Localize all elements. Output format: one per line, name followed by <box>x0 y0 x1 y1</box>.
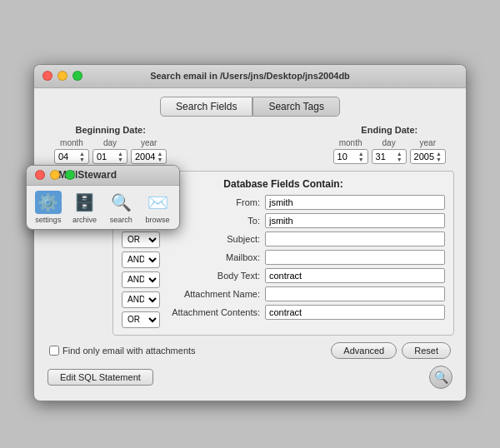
beginning-month-value: 04 <box>58 152 68 162</box>
mini-icon-browse[interactable]: ✉️ browse <box>144 191 171 224</box>
beginning-year-value: 2004 <box>135 152 155 162</box>
beginning-month-arrows: ▲ ▼ <box>79 151 85 162</box>
mini-traffic-lights <box>35 170 75 180</box>
ending-day-stepper[interactable]: 31 ▲ ▼ <box>372 149 407 164</box>
ending-year-col: year 2005 ▲ ▼ <box>410 138 446 164</box>
beginning-month-col: month 04 ▲ ▼ <box>54 138 89 164</box>
beginning-day-arrows: ▲ ▼ <box>118 151 123 162</box>
mini-title-bar: MailSteward <box>27 166 179 186</box>
ending-year-down[interactable]: ▼ <box>436 157 442 162</box>
body-text-label: Body Text: <box>165 271 265 281</box>
form-row-to: To: <box>165 213 445 228</box>
beginning-day-stepper[interactable]: 01 ▲ ▼ <box>92 149 128 164</box>
to-input[interactable] <box>265 213 445 228</box>
ending-month-value: 10 <box>338 152 348 162</box>
ending-day-value: 31 <box>376 152 386 162</box>
window-title: Search email in /Users/jns/Desktop/jns20… <box>42 71 458 81</box>
form-rows: From: To: Subject: Mailbox: <box>165 195 445 328</box>
beginning-day-value: 01 <box>97 152 107 162</box>
from-input[interactable] <box>265 195 445 210</box>
ending-date-fields: month 10 ▲ ▼ day 31 <box>333 138 446 164</box>
body-text-input[interactable] <box>265 268 445 283</box>
attachment-name-input[interactable] <box>265 286 445 301</box>
ending-date-group: Ending Date: month 10 ▲ ▼ day <box>333 125 446 164</box>
form-row-subject: Subject: <box>165 231 445 246</box>
ending-month-down[interactable]: ▼ <box>358 157 364 162</box>
beginning-month-up[interactable]: ▲ <box>79 151 85 157</box>
ending-day-arrows: ▲ ▼ <box>397 151 402 162</box>
ending-year-stepper[interactable]: 2005 ▲ ▼ <box>410 149 446 164</box>
beginning-year-col: year 2004 ▲ ▼ <box>131 138 167 164</box>
settings-icon: ⚙️ <box>35 191 62 214</box>
browse-icon-label: browse <box>146 216 170 224</box>
browse-icon: ✉️ <box>144 191 171 214</box>
attachments-checkbox-text: Find only email with attachments <box>62 346 196 356</box>
archive-icon-label: archive <box>72 216 97 224</box>
minimize-button[interactable] <box>58 71 68 81</box>
mini-icon-settings[interactable]: ⚙️ settings <box>35 191 62 224</box>
ending-day-down[interactable]: ▼ <box>397 157 402 162</box>
footer-row: Edit SQL Statement 🔍 <box>46 366 454 389</box>
beginning-month-stepper[interactable]: 04 ▲ ▼ <box>54 149 89 164</box>
mini-icon-archive[interactable]: 🗄️ archive <box>72 191 98 224</box>
beginning-year-arrows: ▲ ▼ <box>157 151 162 162</box>
tabs-bar: Search Fields Search Tags <box>46 97 454 117</box>
subject-input[interactable] <box>265 231 445 246</box>
beginning-year-down[interactable]: ▼ <box>157 157 162 162</box>
close-button[interactable] <box>42 71 52 81</box>
edit-sql-button[interactable]: Edit SQL Statement <box>48 369 153 386</box>
attachments-checkbox-label[interactable]: Find only email with attachments <box>49 346 196 356</box>
subject-label: Subject: <box>165 234 265 244</box>
ending-year-up[interactable]: ▲ <box>436 151 442 157</box>
mini-maximize-button[interactable] <box>65 170 75 180</box>
dates-row: Beginning Date: month 04 ▲ ▼ day <box>46 125 454 164</box>
traffic-lights <box>42 71 82 81</box>
tab-search-fields[interactable]: Search Fields <box>160 97 252 117</box>
beginning-day-label: day <box>103 138 117 147</box>
search-icon-label: search <box>110 216 132 224</box>
action-buttons: Advanced Reset <box>331 342 451 359</box>
form-row-body: Body Text: <box>165 268 445 283</box>
ending-day-up[interactable]: ▲ <box>397 151 402 157</box>
beginning-year-stepper[interactable]: 2004 ▲ ▼ <box>131 149 167 164</box>
logic-select-3[interactable]: ANDOR <box>122 271 160 288</box>
attachment-contents-input[interactable] <box>265 305 445 320</box>
beginning-year-up[interactable]: ▲ <box>157 151 162 157</box>
window-content: Search Fields Search Tags Beginning Date… <box>34 88 466 401</box>
mini-minimize-button[interactable] <box>50 170 60 180</box>
logic-select-5[interactable]: ORAND <box>122 311 160 328</box>
logic-select-4[interactable]: ANDOR <box>122 291 160 308</box>
logic-select-1[interactable]: ORAND <box>122 231 160 248</box>
title-bar: Search email in /Users/jns/Desktop/jns20… <box>34 65 466 88</box>
main-window: Search email in /Users/jns/Desktop/jns20… <box>33 64 467 401</box>
search-button[interactable]: 🔍 <box>429 366 452 389</box>
attachments-checkbox[interactable] <box>49 346 59 356</box>
mailbox-input[interactable] <box>265 250 445 265</box>
beginning-date-label: Beginning Date: <box>76 125 146 135</box>
ending-date-label: Ending Date: <box>361 125 418 135</box>
attachment-name-label: Attachment Name: <box>165 289 265 299</box>
beginning-day-up[interactable]: ▲ <box>118 151 123 157</box>
beginning-year-label: year <box>141 138 157 147</box>
form-row-from: From: <box>165 195 445 210</box>
form-row-attachment-name: Attachment Name: <box>165 286 445 301</box>
mini-icon-search[interactable]: 🔍 search <box>108 191 134 224</box>
ending-month-stepper[interactable]: 10 ▲ ▼ <box>333 149 368 164</box>
tab-search-tags[interactable]: Search Tags <box>252 97 340 117</box>
to-label: To: <box>165 216 265 226</box>
beginning-day-down[interactable]: ▼ <box>118 157 123 162</box>
from-label: From: <box>165 197 265 207</box>
ending-month-up[interactable]: ▲ <box>358 151 364 157</box>
maximize-button[interactable] <box>72 71 82 81</box>
attachment-contents-label: Attachment Contents: <box>165 307 265 317</box>
mini-close-button[interactable] <box>35 170 45 180</box>
reset-button[interactable]: Reset <box>402 342 451 359</box>
beginning-day-col: day 01 ▲ ▼ <box>92 138 128 164</box>
mailbox-label: Mailbox: <box>165 252 265 262</box>
beginning-month-down[interactable]: ▼ <box>79 157 85 162</box>
ending-day-col: day 31 ▲ ▼ <box>372 138 407 164</box>
ending-month-arrows: ▲ ▼ <box>358 151 364 162</box>
logic-select-2[interactable]: ANDOR <box>122 251 160 268</box>
advanced-button[interactable]: Advanced <box>331 342 397 359</box>
form-row-attachment-contents: Attachment Contents: <box>165 305 445 320</box>
